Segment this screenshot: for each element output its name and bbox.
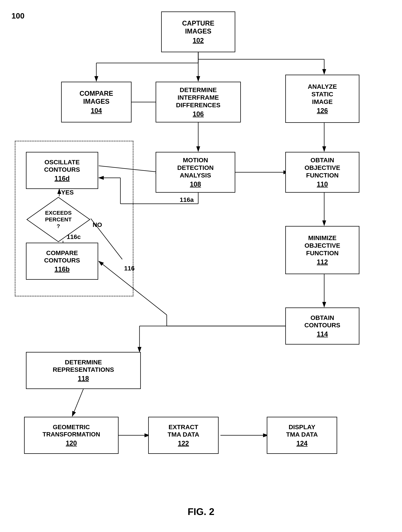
exceeds-percent-label: EXCEEDSPERCENT? bbox=[45, 209, 71, 229]
svg-text:116a: 116a bbox=[180, 196, 194, 203]
analyze-static-box: ANALYZE STATIC IMAGE 126 bbox=[285, 75, 359, 123]
motion-detection-box: MOTION DETECTION ANALYSIS 108 bbox=[156, 152, 235, 193]
obtain-objective-title: OBTAIN OBJECTIVE FUNCTION bbox=[305, 156, 340, 179]
motion-detection-title: MOTION DETECTION ANALYSIS bbox=[177, 156, 214, 179]
capture-images-ref: 102 bbox=[193, 37, 204, 44]
oscillate-contours-box: OSCILLATE CONTOURS 116d bbox=[26, 152, 98, 189]
display-tma-title: DISPLAY TMA DATA bbox=[286, 423, 318, 438]
diagram-label: 100 bbox=[12, 12, 25, 20]
compare-contours-box: COMPARE CONTOURS 116b bbox=[26, 243, 98, 280]
determine-representations-title: DETERMINE REPRESENTATIONS bbox=[53, 358, 114, 374]
compare-images-box: COMPARE IMAGES 104 bbox=[61, 82, 132, 122]
compare-images-ref: 104 bbox=[91, 107, 102, 115]
geometric-transformation-title: GEOMETRIC TRANSFORMATION bbox=[42, 424, 100, 438]
oscillate-contours-title: OSCILLATE CONTOURS bbox=[44, 158, 80, 174]
compare-contours-title: COMPARE CONTOURS bbox=[44, 249, 80, 264]
geometric-transformation-box: GEOMETRIC TRANSFORMATION 120 bbox=[24, 417, 119, 454]
geometric-transformation-ref: 120 bbox=[66, 439, 77, 447]
obtain-objective-ref: 110 bbox=[317, 180, 328, 188]
obtain-objective-box: OBTAIN OBJECTIVE FUNCTION 110 bbox=[285, 152, 359, 193]
determine-representations-box: DETERMINE REPRESENTATIONS 118 bbox=[26, 352, 141, 389]
capture-images-box: CAPTURE IMAGES 102 bbox=[161, 12, 235, 52]
obtain-contours-title: OBTAIN CONTOURS bbox=[304, 314, 340, 329]
capture-images-title: CAPTURE IMAGES bbox=[182, 19, 214, 35]
figure-caption: FIG. 2 bbox=[188, 506, 214, 517]
extract-tma-box: EXTRACT TMA DATA 122 bbox=[148, 417, 219, 454]
determine-interframe-title: DETERMINE INTERFRAME DIFFERENCES bbox=[176, 86, 220, 109]
motion-detection-ref: 108 bbox=[190, 180, 201, 188]
exceeds-percent-diamond: EXCEEDSPERCENT? bbox=[26, 196, 91, 243]
extract-tma-title: EXTRACT TMA DATA bbox=[167, 423, 199, 438]
minimize-objective-ref: 112 bbox=[317, 258, 328, 266]
display-tma-box: DISPLAY TMA DATA 124 bbox=[267, 417, 337, 454]
svg-line-32 bbox=[72, 389, 83, 416]
extract-tma-ref: 122 bbox=[178, 439, 189, 447]
obtain-contours-ref: 114 bbox=[317, 330, 328, 338]
obtain-contours-box: OBTAIN CONTOURS 114 bbox=[285, 308, 359, 345]
minimize-objective-title: MINIMIZE OBJECTIVE FUNCTION bbox=[305, 234, 340, 257]
display-tma-ref: 124 bbox=[296, 439, 307, 447]
diagram-container: 100 bbox=[0, 0, 402, 532]
analyze-static-title: ANALYZE STATIC IMAGE bbox=[308, 83, 337, 105]
oscillate-contours-ref: 116d bbox=[54, 175, 70, 183]
determine-representations-ref: 118 bbox=[78, 374, 89, 382]
compare-images-title: COMPARE IMAGES bbox=[79, 89, 113, 105]
analyze-static-ref: 126 bbox=[317, 107, 328, 115]
compare-contours-ref: 116b bbox=[54, 265, 70, 273]
determine-interframe-ref: 106 bbox=[193, 110, 204, 118]
determine-interframe-box: DETERMINE INTERFRAME DIFFERENCES 106 bbox=[156, 82, 241, 122]
minimize-objective-box: MINIMIZE OBJECTIVE FUNCTION 112 bbox=[285, 226, 359, 274]
